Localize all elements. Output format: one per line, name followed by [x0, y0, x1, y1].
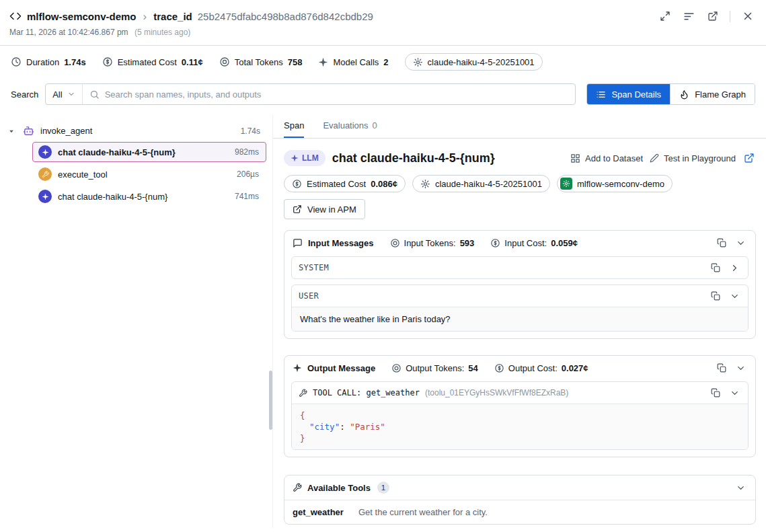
view-in-apm-button[interactable]: View in APM: [284, 199, 365, 219]
flame-graph-label: Flame Graph: [695, 89, 746, 100]
span-duration: 1.74s: [241, 126, 260, 136]
chevron-down-icon: [730, 388, 740, 398]
tree-row-execute-tool[interactable]: execute_tool 206µs: [32, 164, 266, 184]
fullscreen-button[interactable]: [658, 9, 672, 23]
copy-button[interactable]: [710, 387, 722, 399]
tokens-value: 758: [288, 57, 303, 67]
chevron-down-icon: [736, 238, 746, 248]
evaluations-count: 0: [373, 120, 377, 130]
tool-call-card: TOOL CALL: get_weather (toolu_01EYGyHsSW…: [291, 381, 749, 450]
dollar-coin-icon: [102, 56, 113, 67]
input-cost-label: Input Cost:: [504, 238, 547, 248]
user-message-content: What's the weather like in Paris today?: [292, 307, 748, 331]
add-to-dataset-button[interactable]: Add to Dataset: [570, 153, 643, 163]
gear-icon: [562, 180, 570, 188]
list-toggle-button[interactable]: [682, 9, 696, 24]
close-icon: [742, 10, 754, 22]
collapse-button[interactable]: [728, 290, 741, 303]
tool-call-header[interactable]: TOOL CALL: get_weather (toolu_01EYGyHsSW…: [292, 382, 748, 404]
tab-evaluations-label: Evaluations: [323, 120, 368, 130]
copy-icon: [717, 238, 726, 248]
flame-graph-button[interactable]: Flame Graph: [670, 84, 755, 104]
sparkle-icon: [293, 363, 302, 373]
tree-row-chat-1[interactable]: chat claude-haiku-4-5-{num} 982ms: [32, 142, 266, 162]
copy-icon: [711, 388, 720, 397]
system-message-header[interactable]: SYSTEM: [292, 257, 748, 278]
view-toggle: Span Details Flame Graph: [586, 83, 755, 105]
collapse-button[interactable]: [734, 482, 747, 494]
search-filter-select[interactable]: All: [46, 84, 82, 104]
chevron-down-icon: [67, 90, 75, 98]
tool-name: get_weather: [293, 507, 350, 517]
metric-model-calls: Model Calls 2: [318, 57, 388, 67]
available-tools-card: Available Tools 1 get_weather Get the cu…: [284, 475, 756, 525]
output-tokens-label: Output Tokens:: [406, 363, 464, 373]
tool-description: Get the current weather for a city.: [358, 507, 488, 517]
expand-button[interactable]: [728, 262, 741, 274]
tree-row-invoke-agent[interactable]: invoke_agent 1.74s: [0, 120, 272, 142]
message-bubble-icon: [293, 238, 303, 248]
input-messages-card: Input Messages Input Tokens: 593 Input C…: [284, 230, 756, 339]
gear-icon: [420, 179, 430, 189]
collapse-button[interactable]: [728, 387, 741, 400]
trace-header: mlflow-semconv-demo › trace_id 25b2475df…: [0, 0, 766, 45]
copy-button[interactable]: [716, 237, 728, 249]
token-coin-icon: [391, 363, 401, 373]
estimated-cost-chip: Estimated Cost 0.086¢: [284, 175, 406, 192]
close-button[interactable]: [740, 9, 755, 24]
open-in-new-button[interactable]: [706, 9, 720, 23]
input-tokens-label: Input Tokens:: [404, 238, 456, 248]
header-divider: [730, 11, 730, 22]
search-box: [83, 89, 576, 100]
pencil-icon: [650, 153, 659, 163]
test-in-playground-label: Test in Playground: [664, 153, 736, 163]
output-cost-value: 0.027¢: [562, 363, 588, 373]
chevron-down-icon: [736, 483, 746, 493]
search-input[interactable]: [105, 89, 569, 100]
user-message-header[interactable]: USER: [292, 285, 748, 307]
chat-span-icon: [38, 145, 52, 159]
copy-button[interactable]: [710, 262, 722, 274]
tool-span-icon: [38, 167, 52, 181]
span-detail-panel: Span Evaluations 0 LLM chat claude-haiku…: [273, 114, 766, 528]
tree-scrollbar-thumb[interactable]: [269, 371, 272, 430]
collapse-button[interactable]: [734, 362, 747, 375]
system-message-card: SYSTEM: [291, 256, 749, 279]
detail-body: LLM chat claude-haiku-4-5-{num} Add to D…: [273, 139, 766, 525]
input-messages-body: SYSTEM USER: [284, 255, 755, 338]
tab-span[interactable]: Span: [284, 114, 304, 138]
span-label: chat claude-haiku-4-5-{num}: [58, 192, 167, 202]
tree-caret-icon[interactable]: [7, 126, 16, 136]
test-in-playground-button[interactable]: Test in Playground: [650, 153, 736, 163]
open-in-new-icon: [707, 11, 718, 22]
span-label: invoke_agent: [40, 126, 92, 136]
tool-call-arguments: { "city": "Paris" }: [292, 404, 748, 449]
sparkle-icon: [42, 193, 49, 200]
copy-button[interactable]: [710, 290, 722, 302]
input-cost-value: 0.059¢: [551, 238, 578, 248]
estimated-cost-label: Estimated Cost: [307, 179, 366, 189]
search-icon: [89, 89, 100, 100]
wrench-icon: [293, 483, 302, 492]
span-details-button[interactable]: Span Details: [587, 84, 670, 104]
json-separator: :: [340, 422, 350, 432]
copy-icon: [711, 263, 720, 272]
apm-row: View in APM: [284, 199, 756, 219]
tree-row-chat-2[interactable]: chat claude-haiku-4-5-{num} 741ms: [32, 186, 266, 206]
open-span-button[interactable]: [742, 151, 756, 165]
model-name: claude-haiku-4-5-20251001: [435, 179, 542, 189]
tab-evaluations[interactable]: Evaluations 0: [323, 114, 377, 138]
list-lines-icon: [683, 11, 695, 22]
model-calls-value: 2: [383, 57, 388, 67]
dataset-grid-icon: [570, 153, 580, 163]
copy-button[interactable]: [716, 362, 728, 374]
output-cost-label: Output Cost:: [508, 363, 558, 373]
available-tools-header[interactable]: Available Tools 1: [284, 476, 755, 500]
trace-id-value: 25b2475dfabc498b8ad876d842cbdb29: [198, 11, 373, 22]
metric-estimated-cost: Estimated Cost 0.11¢: [102, 56, 203, 67]
detail-tabs: Span Evaluations 0: [273, 114, 766, 139]
experiment-chip: mlflow-semconv-demo: [557, 175, 673, 192]
output-tokens-stat: Output Tokens: 54: [391, 363, 478, 373]
collapse-button[interactable]: [734, 237, 747, 250]
cost-label: Estimated Cost: [118, 57, 177, 67]
